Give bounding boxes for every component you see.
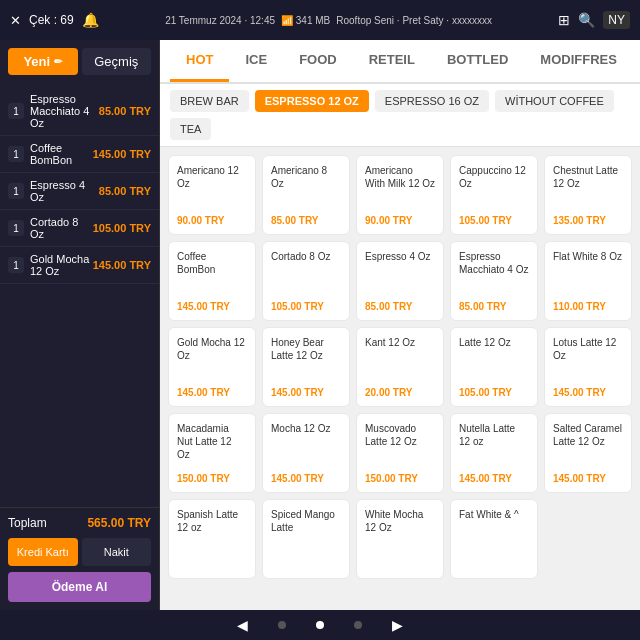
- sub-tab-tea[interactable]: TEA: [170, 118, 211, 140]
- total-amount: 565.00 TRY: [87, 516, 151, 530]
- product-card[interactable]: Salted Caramel Latte 12 Oz 145.00 TRY: [544, 413, 632, 493]
- product-card[interactable]: Cortado 8 Oz 105.00 TRY: [262, 241, 350, 321]
- order-item[interactable]: 1 Espresso 4 Oz 85.00 TRY: [0, 173, 159, 210]
- product-card[interactable]: Honey Bear Latte 12 Oz 145.00 TRY: [262, 327, 350, 407]
- product-card[interactable]: Muscovado Latte 12 Oz 150.00 TRY: [356, 413, 444, 493]
- product-card[interactable]: Espresso Macchiato 4 Oz 85.00 TRY: [450, 241, 538, 321]
- right-panel: HOTICEFOODRETEILBOTTLEDMODIFFRES BREW BA…: [160, 40, 640, 610]
- close-button[interactable]: ✕: [10, 13, 21, 28]
- pay-button[interactable]: Ödeme Al: [8, 572, 151, 602]
- nav-back-arrow[interactable]: ◀: [237, 617, 248, 633]
- top-bar-left: ✕ Çek : 69 🔔: [10, 12, 99, 28]
- category-tab-bottled[interactable]: BOTTLED: [431, 40, 524, 82]
- cek-label: Çek : 69: [29, 13, 74, 27]
- nav-forward-arrow[interactable]: ▶: [392, 617, 403, 633]
- product-price: 105.00 TRY: [459, 387, 529, 398]
- new-order-label: Yeni: [23, 54, 50, 69]
- product-card[interactable]: Macadamia Nut Latte 12 Oz 150.00 TRY: [168, 413, 256, 493]
- product-card[interactable]: Coffee BomBon 145.00 TRY: [168, 241, 256, 321]
- history-button[interactable]: Geçmiş: [82, 48, 152, 75]
- order-price: 85.00 TRY: [99, 105, 151, 117]
- sub-tab-brewbar[interactable]: BREW BAR: [170, 90, 249, 112]
- search-icon[interactable]: 🔍: [578, 12, 595, 28]
- product-name: Nutella Latte 12 oz: [459, 422, 529, 467]
- product-card[interactable]: Cappuccino 12 Oz 105.00 TRY: [450, 155, 538, 235]
- product-card[interactable]: Flat White 8 Oz 110.00 TRY: [544, 241, 632, 321]
- product-name: Spanish Latte 12 oz: [177, 508, 247, 564]
- product-name: Honey Bear Latte 12 Oz: [271, 336, 341, 381]
- battery-info: 📶 341 MB: [281, 15, 330, 26]
- product-card[interactable]: Espresso 4 Oz 85.00 TRY: [356, 241, 444, 321]
- product-card[interactable]: Lotus Latte 12 Oz 145.00 TRY: [544, 327, 632, 407]
- product-price: 145.00 TRY: [271, 473, 341, 484]
- left-header: Yeni ✏ Geçmiş: [0, 40, 159, 83]
- user-badge: NY: [603, 11, 630, 29]
- datetime: 21 Temmuz 2024 · 12:45: [165, 15, 275, 26]
- order-qty: 1: [8, 103, 24, 119]
- order-price: 145.00 TRY: [93, 259, 151, 271]
- order-name: Espresso Macchiato 4 Oz: [30, 93, 99, 129]
- product-price: 135.00 TRY: [553, 215, 623, 226]
- top-bar-right: ⊞ 🔍 NY: [558, 11, 630, 29]
- total-bar: Toplam 565.00 TRY Kredi Kartı Nakit Ödem…: [0, 507, 159, 610]
- cash-label: Nakit: [104, 546, 129, 558]
- credit-card-button[interactable]: Kredi Kartı: [8, 538, 78, 566]
- order-name: Coffee BomBon: [30, 142, 93, 166]
- product-card[interactable]: Mocha 12 Oz 145.00 TRY: [262, 413, 350, 493]
- product-name: Fat White & ^: [459, 508, 529, 564]
- order-qty: 1: [8, 220, 24, 236]
- top-bar-center: 21 Temmuz 2024 · 12:45 📶 341 MB Rooftop …: [165, 15, 492, 26]
- product-name: Americano 12 Oz: [177, 164, 247, 209]
- sub-tab-espresso12[interactable]: ESPRESSO 12 OZ: [255, 90, 369, 112]
- product-card[interactable]: Chestnut Latte 12 Oz 135.00 TRY: [544, 155, 632, 235]
- product-name: Muscovado Latte 12 Oz: [365, 422, 435, 467]
- product-name: White Mocha 12 Oz: [365, 508, 435, 564]
- product-card[interactable]: Kant 12 Oz 20.00 TRY: [356, 327, 444, 407]
- product-price: 145.00 TRY: [177, 387, 247, 398]
- cash-button[interactable]: Nakit: [82, 538, 152, 566]
- product-name: Coffee BomBon: [177, 250, 247, 295]
- product-card[interactable]: Spiced Mango Latte: [262, 499, 350, 579]
- new-order-button[interactable]: Yeni ✏: [8, 48, 78, 75]
- order-item[interactable]: 1 Coffee BomBon 145.00 TRY: [0, 136, 159, 173]
- product-card[interactable]: Nutella Latte 12 oz 145.00 TRY: [450, 413, 538, 493]
- product-card[interactable]: Americano 8 Oz 85.00 TRY: [262, 155, 350, 235]
- sub-tab-espresso16[interactable]: ESPRESSO 16 OZ: [375, 90, 489, 112]
- product-price: 85.00 TRY: [459, 301, 529, 312]
- bell-icon: 🔔: [82, 12, 99, 28]
- order-list: 1 Espresso Macchiato 4 Oz 85.00 TRY 1 Co…: [0, 83, 159, 507]
- product-price: 20.00 TRY: [365, 387, 435, 398]
- grid-icon[interactable]: ⊞: [558, 12, 570, 28]
- product-name: Latte 12 Oz: [459, 336, 529, 381]
- pencil-icon: ✏: [54, 56, 62, 67]
- product-card[interactable]: Americano With Milk 12 Oz 90.00 TRY: [356, 155, 444, 235]
- product-name: Espresso Macchiato 4 Oz: [459, 250, 529, 295]
- category-tab-modiffres[interactable]: MODIFFRES: [524, 40, 633, 82]
- product-name: Macadamia Nut Latte 12 Oz: [177, 422, 247, 467]
- nav-dot-1: [278, 621, 286, 629]
- product-card[interactable]: Americano 12 Oz 90.00 TRY: [168, 155, 256, 235]
- sub-tab-withoutcoffee[interactable]: WİTHOUT COFFEE: [495, 90, 614, 112]
- category-tab-reteil[interactable]: RETEIL: [353, 40, 431, 82]
- category-tab-food[interactable]: FOOD: [283, 40, 353, 82]
- category-tab-hot[interactable]: HOT: [170, 40, 229, 82]
- product-price: 145.00 TRY: [553, 473, 623, 484]
- order-item[interactable]: 1 Cortado 8 Oz 105.00 TRY: [0, 210, 159, 247]
- product-name: Salted Caramel Latte 12 Oz: [553, 422, 623, 467]
- product-price: 145.00 TRY: [459, 473, 529, 484]
- product-card[interactable]: Gold Mocha 12 Oz 145.00 TRY: [168, 327, 256, 407]
- product-card[interactable]: Fat White & ^: [450, 499, 538, 579]
- product-name: Lotus Latte 12 Oz: [553, 336, 623, 381]
- product-card[interactable]: Latte 12 Oz 105.00 TRY: [450, 327, 538, 407]
- category-tab-ice[interactable]: ICE: [229, 40, 283, 82]
- order-item[interactable]: 1 Espresso Macchiato 4 Oz 85.00 TRY: [0, 87, 159, 136]
- product-price: 150.00 TRY: [177, 473, 247, 484]
- product-card[interactable]: Spanish Latte 12 oz: [168, 499, 256, 579]
- product-name: Flat White 8 Oz: [553, 250, 623, 295]
- order-item[interactable]: 1 Gold Mocha 12 Oz 145.00 TRY: [0, 247, 159, 284]
- product-price: 85.00 TRY: [271, 215, 341, 226]
- order-price: 85.00 TRY: [99, 185, 151, 197]
- product-grid: Americano 12 Oz 90.00 TRY Americano 8 Oz…: [160, 147, 640, 610]
- product-card[interactable]: White Mocha 12 Oz: [356, 499, 444, 579]
- credit-card-label: Kredi Kartı: [17, 546, 69, 558]
